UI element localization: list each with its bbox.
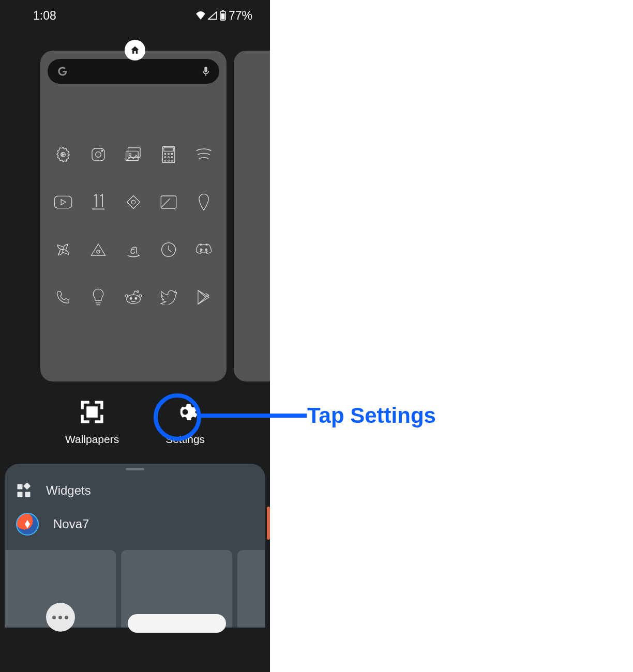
widgets-row[interactable]: Widgets	[5, 476, 265, 506]
widget-tile-2[interactable]	[121, 550, 232, 628]
nova-label: Nova7	[53, 517, 89, 531]
widget-tile-3[interactable]	[237, 550, 265, 628]
app-calculator[interactable]	[157, 146, 180, 163]
svg-point-28	[205, 249, 207, 251]
svg-rect-39	[18, 484, 23, 490]
svg-rect-3	[204, 67, 207, 72]
svg-point-23	[131, 200, 135, 204]
status-bar: 1:08 77%	[0, 0, 270, 31]
svg-point-7	[101, 150, 103, 151]
app-reddit[interactable]	[122, 288, 145, 306]
svg-point-16	[164, 157, 166, 158]
battery-percent: 77%	[229, 9, 252, 23]
bottom-drawer[interactable]: Widgets Nova7	[5, 464, 265, 628]
svg-rect-2	[221, 13, 224, 20]
svg-point-17	[168, 157, 170, 158]
wallpapers-label: Wallpapers	[65, 433, 119, 446]
app-pinwheel[interactable]	[52, 241, 74, 258]
app-triangle[interactable]	[87, 241, 110, 258]
svg-point-10	[129, 154, 131, 156]
nova-row[interactable]: Nova7	[5, 506, 265, 543]
svg-point-29	[127, 295, 141, 303]
scroll-indicator[interactable]	[267, 507, 270, 540]
status-right: 77%	[195, 9, 252, 23]
app-amazon[interactable]	[122, 241, 145, 258]
widgets-icon	[16, 483, 32, 498]
svg-rect-40	[18, 492, 23, 497]
svg-point-13	[164, 153, 166, 155]
svg-rect-42	[23, 483, 31, 490]
home-preview-card[interactable]	[40, 51, 227, 381]
svg-point-31	[139, 295, 142, 297]
mini-search-widget	[128, 614, 226, 633]
svg-point-18	[171, 157, 173, 158]
app-instagram[interactable]	[87, 146, 110, 163]
app-twitch[interactable]	[245, 171, 270, 188]
app-settings-play[interactable]	[52, 146, 74, 163]
drawer-handle[interactable]	[126, 468, 144, 470]
dots-icon	[46, 603, 75, 632]
svg-rect-24	[161, 196, 176, 208]
svg-rect-12	[164, 148, 173, 151]
callout-ring	[154, 393, 201, 441]
svg-point-25	[97, 250, 100, 253]
widgets-label: Widgets	[46, 483, 91, 498]
phone-frame: 1:08 77%	[0, 0, 270, 672]
svg-point-6	[96, 152, 101, 158]
home-preview-card-2[interactable]	[234, 51, 270, 381]
google-search-bar[interactable]	[48, 59, 219, 84]
svg-point-30	[125, 295, 128, 297]
app-youtube[interactable]	[52, 193, 74, 211]
mic-icon[interactable]	[202, 66, 210, 77]
home-badge[interactable]	[125, 40, 145, 60]
app-eleven[interactable]	[87, 193, 110, 211]
app-folder[interactable]	[157, 193, 180, 211]
svg-point-21	[171, 160, 173, 161]
svg-point-15	[171, 153, 173, 155]
svg-point-19	[164, 160, 166, 161]
app-twitter[interactable]	[157, 288, 180, 306]
app-pin[interactable]	[192, 193, 215, 211]
home-icon	[130, 45, 140, 55]
app-icon-grid-2	[241, 171, 270, 331]
status-time: 1:08	[33, 9, 56, 23]
wallpaper-icon	[78, 398, 106, 426]
callout-text: Tap Settings	[307, 403, 436, 428]
svg-rect-41	[25, 492, 31, 497]
launcher-actions: Wallpapers Settings	[0, 398, 270, 446]
widget-tiles	[5, 543, 265, 628]
app-pen[interactable]	[245, 266, 270, 283]
app-diamond[interactable]	[122, 193, 145, 211]
svg-rect-22	[54, 196, 71, 208]
app-discord[interactable]	[192, 241, 215, 258]
app-phone[interactable]	[52, 288, 74, 306]
signal-icon	[208, 11, 217, 20]
app-play-store[interactable]	[192, 288, 215, 306]
svg-point-20	[168, 160, 170, 161]
app-bulb[interactable]	[87, 288, 110, 306]
nova-icon	[16, 513, 39, 536]
battery-icon	[219, 10, 227, 21]
wallpapers-button[interactable]: Wallpapers	[65, 398, 119, 446]
svg-point-14	[168, 153, 170, 155]
svg-rect-1	[222, 10, 224, 11]
widget-tile-1[interactable]	[5, 550, 116, 628]
svg-point-38	[88, 408, 91, 410]
svg-point-27	[200, 249, 202, 251]
google-g-icon	[57, 66, 68, 77]
callout-line	[201, 414, 307, 418]
app-clock[interactable]	[157, 241, 180, 258]
svg-point-33	[135, 298, 137, 300]
app-play-alt[interactable]	[245, 313, 270, 331]
app-icon-grid	[48, 146, 219, 306]
app-tiktok[interactable]	[245, 218, 270, 236]
app-spotify[interactable]	[192, 146, 215, 163]
app-gallery[interactable]	[122, 146, 145, 163]
svg-point-32	[130, 298, 132, 300]
wifi-icon	[195, 11, 206, 20]
